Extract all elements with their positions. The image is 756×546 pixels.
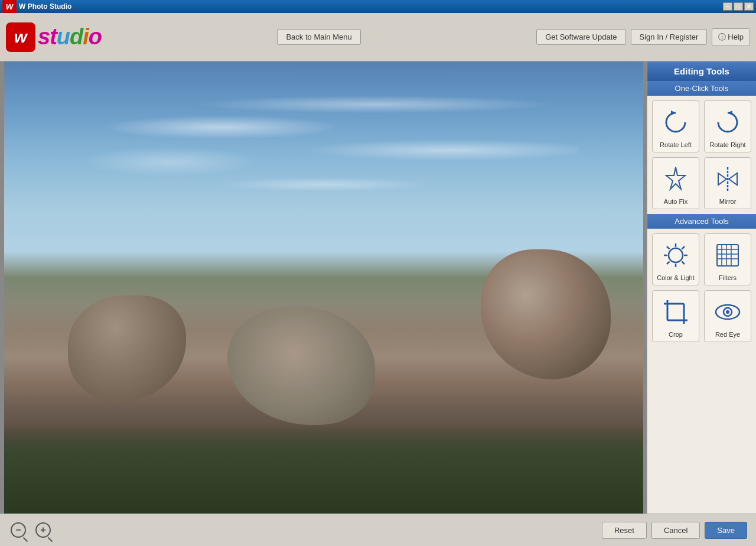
- zoom-out-symbol: −: [15, 525, 21, 535]
- one-click-tools-header: One-Click Tools: [647, 81, 756, 96]
- mirror-icon: [713, 165, 742, 193]
- crop-icon: [662, 298, 690, 326]
- svg-line-9: [667, 246, 670, 249]
- photo-canvas: [4, 61, 643, 514]
- topbar-right: Get Software Update Sign In / Register ⓘ…: [536, 28, 750, 46]
- rotate-left-icon-box: [658, 105, 693, 140]
- svg-marker-3: [729, 173, 737, 185]
- advanced-tools-header: Advanced Tools: [647, 214, 756, 229]
- app-logo: w photo studio: [6, 22, 102, 52]
- advanced-tools-grid: Color & Light: [647, 229, 756, 347]
- svg-line-11: [682, 246, 685, 249]
- zoom-in-button[interactable]: +: [34, 521, 53, 540]
- rotate-right-icon-box: [710, 105, 745, 140]
- topbar: w photo studio Back to Main Menu Get Sof…: [0, 13, 756, 61]
- color-light-label: Color & Light: [657, 274, 695, 281]
- filters-icon-box: [710, 238, 745, 273]
- logo-w-icon: w photo: [6, 22, 35, 52]
- zoom-out-button[interactable]: −: [9, 521, 28, 540]
- red-eye-icon-box: [710, 294, 745, 330]
- color-light-icon: [662, 241, 690, 269]
- rotate-left-icon: [662, 108, 690, 136]
- editing-tools-panel: Editing Tools One-Click Tools Rotate Lef…: [647, 61, 756, 514]
- crop-tool[interactable]: Crop: [652, 290, 699, 342]
- auto-fix-label: Auto Fix: [664, 198, 687, 205]
- main-content: Editing Tools One-Click Tools Rotate Lef…: [0, 61, 756, 514]
- rotate-left-label: Rotate Left: [660, 141, 692, 148]
- auto-fix-tool[interactable]: Auto Fix: [652, 157, 699, 209]
- color-light-tool[interactable]: Color & Light: [652, 233, 699, 285]
- svg-point-4: [669, 248, 683, 262]
- svg-marker-0: [666, 167, 685, 189]
- svg-line-12: [667, 262, 670, 265]
- crop-label: Crop: [669, 331, 683, 338]
- rotate-right-tool[interactable]: Rotate Right: [704, 100, 751, 152]
- maximize-button[interactable]: □: [734, 2, 743, 11]
- red-eye-label: Red Eye: [715, 331, 740, 338]
- help-button[interactable]: ⓘ Help: [712, 28, 750, 46]
- filters-label: Filters: [719, 274, 737, 281]
- cancel-button[interactable]: Cancel: [651, 522, 700, 539]
- color-light-icon-box: [658, 238, 693, 273]
- rotate-right-icon: [713, 108, 742, 136]
- window-title: W Photo Studio: [17, 2, 723, 11]
- mirror-icon-box: [710, 161, 745, 197]
- bottombar: − + Reset Cancel Save: [0, 514, 756, 546]
- reset-button[interactable]: Reset: [602, 522, 647, 539]
- topbar-actions: Back to Main Menu: [102, 29, 536, 45]
- bottombar-actions: Reset Cancel Save: [53, 522, 747, 539]
- one-click-tools-grid: Rotate Left Rotate Right: [647, 96, 756, 214]
- zoom-in-icon: +: [35, 522, 51, 538]
- red-eye-tool[interactable]: Red Eye: [704, 290, 751, 342]
- logo-photo-text: photo: [17, 43, 33, 50]
- rotate-right-label: Rotate Right: [709, 141, 745, 148]
- auto-fix-icon-box: [658, 161, 693, 197]
- app-logo-small: w: [2, 0, 17, 14]
- sign-in-button[interactable]: Sign In / Register: [631, 29, 708, 45]
- filters-tool[interactable]: Filters: [704, 233, 751, 285]
- filters-icon: [713, 241, 742, 269]
- auto-fix-icon: [662, 165, 690, 193]
- app-container: w photo studio Back to Main Menu Get Sof…: [0, 13, 756, 546]
- rotate-left-tool[interactable]: Rotate Left: [652, 100, 699, 152]
- zoom-in-symbol: +: [40, 525, 45, 535]
- svg-line-10: [682, 262, 685, 265]
- zoom-controls: − +: [9, 521, 53, 540]
- window-controls: − □ ✕: [723, 2, 754, 11]
- back-to-menu-button[interactable]: Back to Main Menu: [277, 29, 360, 45]
- logo-studio-text: studio: [38, 24, 102, 50]
- crop-icon-box: [658, 294, 693, 330]
- minimize-button[interactable]: −: [723, 2, 732, 11]
- close-button[interactable]: ✕: [744, 2, 754, 11]
- editing-tools-header: Editing Tools: [647, 61, 756, 81]
- svg-rect-13: [717, 245, 738, 266]
- photo-canvas-area: [0, 61, 647, 514]
- save-button[interactable]: Save: [705, 522, 747, 539]
- help-icon: ⓘ: [718, 32, 726, 43]
- mirror-tool[interactable]: Mirror: [704, 157, 751, 209]
- zoom-out-icon: −: [11, 522, 26, 538]
- titlebar: w W Photo Studio − □ ✕: [0, 0, 756, 13]
- get-software-update-button[interactable]: Get Software Update: [536, 29, 625, 45]
- title-bar-icon: w: [2, 0, 17, 14]
- svg-marker-2: [718, 173, 726, 185]
- red-eye-icon: [713, 298, 742, 326]
- mirror-label: Mirror: [719, 198, 737, 205]
- svg-rect-20: [667, 304, 684, 320]
- svg-point-27: [726, 310, 729, 314]
- vegetation-layer: [4, 425, 643, 514]
